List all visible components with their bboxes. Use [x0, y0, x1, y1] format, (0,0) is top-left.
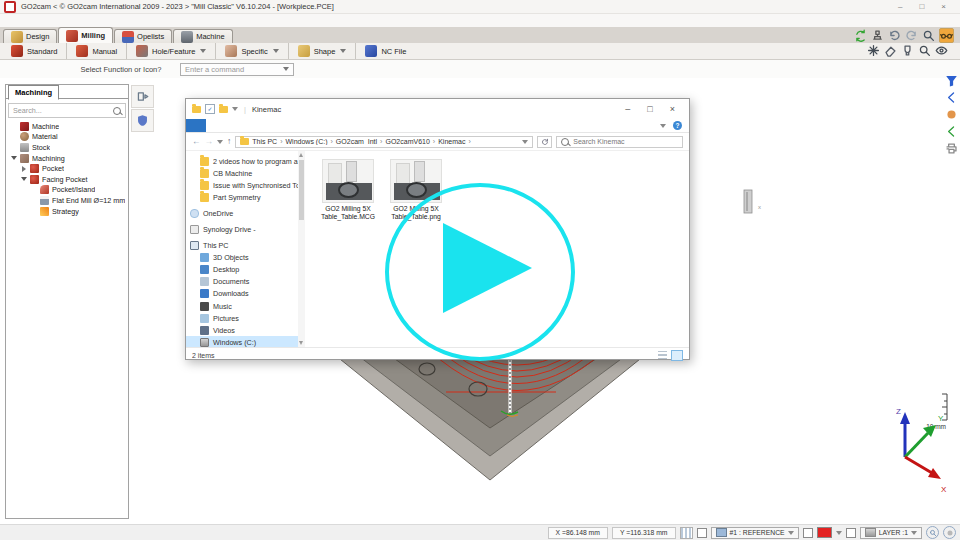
breadcrumb-segment[interactable]: GO2camV610› — [385, 138, 438, 145]
play-icon[interactable] — [443, 223, 532, 313]
sidebar-item[interactable]: Desktop — [186, 264, 298, 276]
sidebar-item[interactable]: OneDrive — [186, 207, 298, 219]
sidebar-item[interactable]: Videos — [186, 324, 298, 336]
expander-icon[interactable] — [10, 156, 17, 160]
refresh-icon[interactable] — [537, 136, 552, 148]
command-combo[interactable]: Enter a command — [180, 63, 294, 76]
scroll-up-icon[interactable] — [299, 153, 303, 157]
sidebar-item[interactable]: CB Machine — [186, 167, 298, 179]
sidebar-item[interactable]: Pictures — [186, 312, 298, 324]
minimize-button[interactable]: – — [898, 2, 902, 11]
toolbar-button[interactable]: Hole/Feature — [126, 43, 215, 59]
address-box[interactable]: This PC› Windows (C:)› GO2cam_Intl› GO2c… — [235, 136, 533, 148]
checkmark-icon[interactable]: ✓ — [205, 104, 215, 114]
glasses-icon[interactable] — [939, 28, 954, 43]
sidebar-item[interactable]: Windows (C:) — [186, 336, 298, 347]
sync-icon[interactable] — [854, 29, 867, 42]
file-thumbnail[interactable] — [322, 159, 374, 203]
stamp-icon[interactable] — [871, 29, 884, 42]
sidebar-item[interactable]: 2 videos how to program a 3X Deb — [186, 155, 298, 167]
blob-icon[interactable] — [945, 108, 958, 121]
color-swatch[interactable] — [817, 527, 832, 538]
scroll-down-icon[interactable] — [299, 341, 303, 345]
sidebar-item[interactable]: Downloads — [186, 288, 298, 300]
breadcrumb-segment[interactable]: Kinemac› — [438, 138, 474, 145]
close-button[interactable]: × — [670, 104, 675, 114]
chevron-down-icon[interactable] — [522, 140, 528, 144]
expander-icon[interactable] — [20, 177, 27, 181]
funnel-icon[interactable] — [945, 74, 958, 87]
grid-icon[interactable] — [680, 527, 693, 539]
sidebar-item[interactable]: Music — [186, 300, 298, 312]
maximize-button[interactable]: □ — [919, 2, 924, 11]
explorer-ribbon-tab[interactable] — [250, 119, 270, 132]
explorer-ribbon-tab[interactable] — [186, 119, 206, 132]
ribbon-tab[interactable]: Milling — [58, 27, 113, 43]
magnifier-icon[interactable] — [922, 29, 935, 42]
history-chevron-icon[interactable] — [217, 140, 223, 144]
maximize-button[interactable]: □ — [647, 104, 652, 114]
explorer-ribbon-tab[interactable] — [210, 119, 230, 132]
tree-item[interactable]: Stock — [6, 142, 128, 153]
sidebar-item[interactable]: This PC — [186, 240, 298, 252]
reference-dropdown[interactable]: #1 : REFERENCE — [711, 527, 799, 539]
tree-search-input[interactable]: Search... — [8, 103, 126, 118]
back-icon[interactable]: ← — [192, 137, 201, 146]
forward-icon[interactable]: → — [205, 137, 214, 146]
sidebar-item[interactable]: Part Symmetry — [186, 191, 298, 203]
breadcrumb-segment[interactable]: GO2cam_Intl› — [336, 138, 386, 145]
tree-item[interactable]: Machine — [6, 121, 128, 132]
sidebar-item[interactable]: Issue with Synchronised Tools — [186, 179, 298, 191]
simplay-icon[interactable] — [131, 85, 154, 108]
reference-checkbox[interactable] — [697, 528, 707, 538]
eye-icon[interactable] — [935, 44, 948, 57]
up-icon[interactable]: ↑ — [227, 137, 231, 146]
tree-item[interactable]: Strategy — [6, 206, 128, 217]
printer-icon[interactable] — [945, 142, 958, 155]
tree-item[interactable]: Pocket — [6, 163, 128, 174]
eraser-icon[interactable] — [884, 44, 897, 57]
blob-icon[interactable] — [943, 526, 956, 539]
tree-item[interactable]: Pocket/Island — [6, 185, 128, 196]
toolbar-button[interactable]: NC File — [355, 43, 415, 59]
file-item[interactable]: GO2 Milling 5X Table_Table.MCG — [319, 159, 377, 222]
layer-checkbox[interactable] — [846, 528, 856, 538]
tree-item[interactable]: Flat End Mill Ø=12 mm — [6, 195, 128, 206]
color-checkbox[interactable] — [803, 528, 813, 538]
layer-dropdown[interactable]: LAYER :1 — [860, 527, 922, 539]
tree-item[interactable]: Machining — [6, 153, 128, 164]
chevleft-icon[interactable] — [945, 125, 958, 138]
expander-icon[interactable] — [20, 166, 27, 172]
sidebar-item[interactable]: Documents — [186, 276, 298, 288]
toolbar-button[interactable]: Shape — [288, 43, 356, 59]
chevron-down-icon[interactable] — [232, 107, 238, 111]
help-icon[interactable]: ? — [673, 121, 682, 130]
tree-item[interactable]: Facing Pocket — [6, 174, 128, 185]
machining-panel-tab[interactable]: Machining — [8, 85, 59, 100]
details-view-icon[interactable] — [658, 351, 667, 360]
minimize-button[interactable]: – — [625, 104, 630, 114]
chevron-down-icon[interactable] — [836, 531, 842, 535]
explorer-ribbon-tab[interactable] — [230, 119, 250, 132]
spray-icon[interactable] — [867, 44, 880, 57]
sidebar-item[interactable]: Synology Drive - — [186, 223, 298, 235]
sidebar-item[interactable]: 3D Objects — [186, 252, 298, 264]
close-button[interactable]: × — [941, 2, 946, 11]
tree-item[interactable]: Material — [6, 132, 128, 143]
explorer-search-input[interactable]: Search Kinemac — [556, 136, 683, 148]
ribbon-tab[interactable]: Machine — [173, 29, 232, 43]
ribbon-tab[interactable]: Design — [3, 29, 57, 43]
breadcrumb-segment[interactable]: Windows (C:)› — [286, 138, 336, 145]
toolbar-button[interactable]: Specific — [215, 43, 287, 59]
undo-icon[interactable] — [888, 29, 901, 42]
toolbar-button[interactable]: Manual — [66, 43, 126, 59]
shield-icon[interactable] — [131, 109, 154, 132]
ribbon-collapse-icon[interactable] — [660, 124, 666, 128]
magnifier-icon[interactable] — [918, 44, 931, 57]
sidebar-scrollbar[interactable] — [298, 151, 305, 347]
toolbar-button[interactable]: Standard — [2, 43, 66, 59]
magnifier-icon[interactable] — [926, 526, 939, 539]
breadcrumb-segment[interactable]: This PC› — [252, 138, 285, 145]
redo-icon[interactable] — [905, 29, 918, 42]
chevleft-icon[interactable] — [945, 91, 958, 104]
